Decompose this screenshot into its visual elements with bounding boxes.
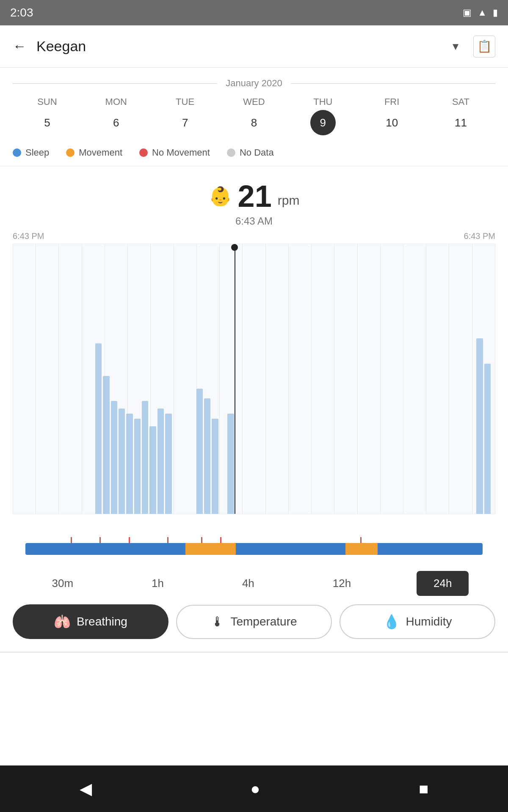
legend-item-no-data: No Data <box>227 147 274 158</box>
day-name: THU <box>313 96 332 107</box>
tab-label: Temperature <box>230 615 297 628</box>
chart-bar <box>134 419 141 514</box>
breathing-value: 21 <box>238 179 272 214</box>
time-range-1h[interactable]: 1h <box>139 571 177 596</box>
day-name: SUN <box>37 96 57 107</box>
timeline-area <box>13 543 495 555</box>
calendar-day-9[interactable]: THU 9 <box>310 96 336 135</box>
breathing-time: 6:43 AM <box>235 215 273 227</box>
month-line-left <box>13 83 217 84</box>
month-label-row: January 2020 <box>13 78 495 89</box>
status-time: 2:03 <box>10 6 33 19</box>
header: ← Keegan ▼ 📋 <box>0 25 508 68</box>
chart-time-labels: 6:43 PM 6:43 PM <box>0 231 508 241</box>
baby-icon: 👶 <box>209 185 232 207</box>
legend-dot <box>66 148 75 157</box>
timeline-orange-1 <box>185 543 236 555</box>
day-name: TUE <box>176 96 194 107</box>
chart-bar <box>476 338 483 514</box>
page-title: Keegan <box>36 38 450 55</box>
chart-bar <box>165 414 171 514</box>
legend-label: Movement <box>79 147 122 158</box>
status-icons: ▣ ▲ ▮ <box>463 7 498 18</box>
time-range-24h[interactable]: 24h <box>417 571 469 596</box>
separator <box>0 652 508 653</box>
timeline-strip[interactable] <box>25 543 483 555</box>
breathing-value-row: 👶 21 rpm <box>209 179 300 214</box>
chart-time-right: 6:43 PM <box>464 231 495 241</box>
chart-bar <box>157 409 164 514</box>
timeline-tick-2 <box>99 537 101 543</box>
tab-breathing[interactable]: 🫁Breathing <box>13 604 168 639</box>
chart-bar <box>142 401 148 514</box>
month-line-right <box>291 83 495 84</box>
day-num: 5 <box>34 110 60 135</box>
chart-bar <box>103 376 109 514</box>
bottom-tabs: 🫁Breathing🌡Temperature💧Humidity <box>0 604 508 647</box>
calendar-day-10[interactable]: FRI 10 <box>379 96 405 135</box>
timeline-tick-1 <box>71 537 72 543</box>
legend-item-sleep: Sleep <box>13 147 49 158</box>
tab-label: Breathing <box>77 615 127 628</box>
calendar-day-5[interactable]: SUN 5 <box>34 96 60 135</box>
time-range-12h[interactable]: 12h <box>320 571 364 596</box>
legend-dot <box>227 148 235 157</box>
chart-bar <box>196 389 203 514</box>
day-num: 9 <box>310 110 336 135</box>
notes-button[interactable]: 📋 <box>473 36 495 58</box>
chart-time-left: 6:43 PM <box>13 231 44 241</box>
nav-square-icon[interactable]: ■ <box>419 780 429 798</box>
legend: Sleep Movement No Movement No Data <box>0 140 508 166</box>
day-name: SAT <box>452 96 469 107</box>
notes-icon: 📋 <box>477 39 492 53</box>
nav-back-icon[interactable]: ◀ <box>80 779 92 798</box>
time-range-30m[interactable]: 30m <box>39 571 86 596</box>
tab-temperature[interactable]: 🌡Temperature <box>176 605 332 639</box>
chart-bar <box>95 343 102 514</box>
day-name: MON <box>105 96 127 107</box>
legend-label: No Data <box>240 147 274 158</box>
chart-bar <box>126 414 133 514</box>
calendar-day-6[interactable]: MON 6 <box>103 96 129 135</box>
time-range-selector: 30m1h4h12h24h <box>0 558 508 604</box>
breathing-unit: rpm <box>278 193 300 208</box>
legend-item-no-movement: No Movement <box>139 147 210 158</box>
day-name: WED <box>243 96 265 107</box>
legend-label: No Movement <box>152 147 210 158</box>
bars-container <box>13 244 495 514</box>
chart-bar <box>484 364 491 514</box>
timeline-tick-7 <box>360 537 362 543</box>
signal-icon: ▲ <box>478 7 487 18</box>
legend-dot <box>139 148 148 157</box>
breathing-display: 👶 21 rpm 6:43 AM <box>0 166 508 231</box>
chart-bar <box>227 414 234 514</box>
calendar-day-7[interactable]: TUE 7 <box>172 96 198 135</box>
day-num: 7 <box>172 110 198 135</box>
timeline-tick-6 <box>220 537 221 543</box>
tab-label: Humidity <box>406 615 452 628</box>
chart-bar <box>212 419 218 514</box>
back-button[interactable]: ← <box>13 38 26 54</box>
day-num: 10 <box>379 110 405 135</box>
calendar-day-8[interactable]: WED 8 <box>241 96 267 135</box>
dropdown-icon[interactable]: ▼ <box>450 41 461 52</box>
wifi-icon: ▣ <box>463 7 472 18</box>
tab-humidity[interactable]: 💧Humidity <box>340 604 495 639</box>
timeline-tick-5 <box>201 537 202 543</box>
nav-home-icon[interactable]: ● <box>251 780 260 798</box>
legend-dot <box>13 148 21 157</box>
chart-container <box>0 244 508 540</box>
week-days: SUN 5 MON 6 TUE 7 WED 8 THU 9 FRI 10 SAT… <box>13 96 495 135</box>
timeline-tick-4 <box>167 537 168 543</box>
cursor-line <box>235 244 235 514</box>
chart-bar <box>204 398 210 514</box>
legend-item-movement: Movement <box>66 147 122 158</box>
chart-bar <box>111 401 117 514</box>
status-bar: 2:03 ▣ ▲ ▮ <box>0 0 508 25</box>
legend-label: Sleep <box>25 147 49 158</box>
drop-icon: 💧 <box>383 614 400 630</box>
chart-inner[interactable] <box>13 244 495 514</box>
time-range-4h[interactable]: 4h <box>229 571 267 596</box>
calendar-day-11[interactable]: SAT 11 <box>448 96 473 135</box>
chart-bar <box>149 426 156 514</box>
